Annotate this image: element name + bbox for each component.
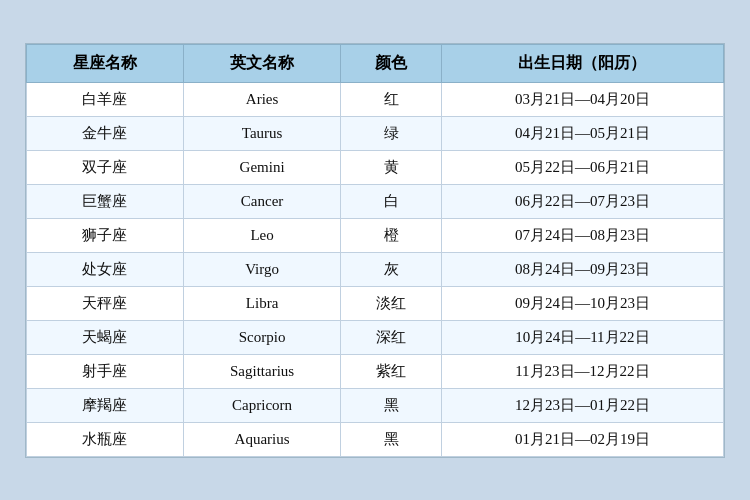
cell-chinese-name: 金牛座 <box>27 116 184 150</box>
cell-chinese-name: 射手座 <box>27 354 184 388</box>
cell-color: 紫红 <box>341 354 442 388</box>
cell-english-name: Leo <box>183 218 340 252</box>
cell-chinese-name: 天蝎座 <box>27 320 184 354</box>
table-row: 处女座Virgo灰08月24日—09月23日 <box>27 252 724 286</box>
header-english-name: 英文名称 <box>183 44 340 82</box>
table-row: 天蝎座Scorpio深红10月24日—11月22日 <box>27 320 724 354</box>
cell-english-name: Cancer <box>183 184 340 218</box>
cell-dates: 06月22日—07月23日 <box>441 184 723 218</box>
cell-color: 深红 <box>341 320 442 354</box>
header-dates: 出生日期（阳历） <box>441 44 723 82</box>
zodiac-table: 星座名称 英文名称 颜色 出生日期（阳历） 白羊座Aries红03月21日—04… <box>26 44 724 457</box>
header-chinese-name: 星座名称 <box>27 44 184 82</box>
cell-dates: 10月24日—11月22日 <box>441 320 723 354</box>
table-row: 天秤座Libra淡红09月24日—10月23日 <box>27 286 724 320</box>
cell-dates: 01月21日—02月19日 <box>441 422 723 456</box>
cell-english-name: Gemini <box>183 150 340 184</box>
cell-color: 黄 <box>341 150 442 184</box>
cell-color: 黑 <box>341 388 442 422</box>
cell-english-name: Capricorn <box>183 388 340 422</box>
cell-english-name: Scorpio <box>183 320 340 354</box>
cell-dates: 05月22日—06月21日 <box>441 150 723 184</box>
cell-color: 灰 <box>341 252 442 286</box>
cell-dates: 07月24日—08月23日 <box>441 218 723 252</box>
table-row: 巨蟹座Cancer白06月22日—07月23日 <box>27 184 724 218</box>
table-body: 白羊座Aries红03月21日—04月20日金牛座Taurus绿04月21日—0… <box>27 82 724 456</box>
table-row: 金牛座Taurus绿04月21日—05月21日 <box>27 116 724 150</box>
cell-english-name: Aries <box>183 82 340 116</box>
cell-chinese-name: 处女座 <box>27 252 184 286</box>
table-row: 双子座Gemini黄05月22日—06月21日 <box>27 150 724 184</box>
cell-english-name: Taurus <box>183 116 340 150</box>
cell-color: 绿 <box>341 116 442 150</box>
cell-chinese-name: 天秤座 <box>27 286 184 320</box>
cell-color: 黑 <box>341 422 442 456</box>
cell-dates: 09月24日—10月23日 <box>441 286 723 320</box>
cell-dates: 03月21日—04月20日 <box>441 82 723 116</box>
table-header-row: 星座名称 英文名称 颜色 出生日期（阳历） <box>27 44 724 82</box>
cell-chinese-name: 双子座 <box>27 150 184 184</box>
cell-dates: 11月23日—12月22日 <box>441 354 723 388</box>
cell-color: 橙 <box>341 218 442 252</box>
table-row: 摩羯座Capricorn黑12月23日—01月22日 <box>27 388 724 422</box>
table-row: 水瓶座Aquarius黑01月21日—02月19日 <box>27 422 724 456</box>
cell-dates: 04月21日—05月21日 <box>441 116 723 150</box>
table-row: 白羊座Aries红03月21日—04月20日 <box>27 82 724 116</box>
cell-chinese-name: 摩羯座 <box>27 388 184 422</box>
cell-dates: 08月24日—09月23日 <box>441 252 723 286</box>
cell-color: 红 <box>341 82 442 116</box>
cell-chinese-name: 巨蟹座 <box>27 184 184 218</box>
cell-chinese-name: 狮子座 <box>27 218 184 252</box>
cell-color: 白 <box>341 184 442 218</box>
cell-dates: 12月23日—01月22日 <box>441 388 723 422</box>
cell-english-name: Aquarius <box>183 422 340 456</box>
cell-chinese-name: 水瓶座 <box>27 422 184 456</box>
cell-chinese-name: 白羊座 <box>27 82 184 116</box>
cell-english-name: Virgo <box>183 252 340 286</box>
table-row: 射手座Sagittarius紫红11月23日—12月22日 <box>27 354 724 388</box>
header-color: 颜色 <box>341 44 442 82</box>
table-row: 狮子座Leo橙07月24日—08月23日 <box>27 218 724 252</box>
cell-english-name: Libra <box>183 286 340 320</box>
cell-color: 淡红 <box>341 286 442 320</box>
cell-english-name: Sagittarius <box>183 354 340 388</box>
zodiac-table-container: 星座名称 英文名称 颜色 出生日期（阳历） 白羊座Aries红03月21日—04… <box>25 43 725 458</box>
